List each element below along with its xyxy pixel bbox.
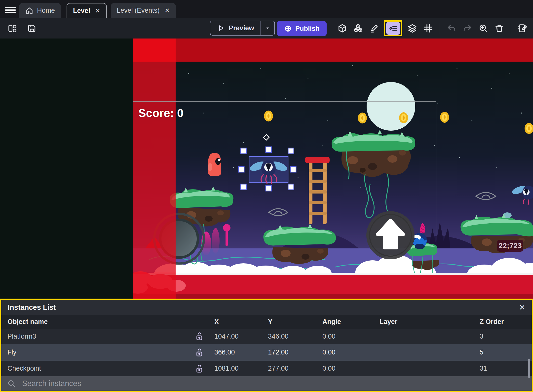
edit-pencil-icon[interactable]: [368, 22, 380, 34]
instances-list-panel: Instances List ✕ Object name X Y Angle L…: [0, 299, 533, 392]
search-instances-input[interactable]: [22, 379, 526, 388]
tab-level[interactable]: Level ✕: [67, 3, 107, 18]
tab-level-events-close-icon[interactable]: ✕: [163, 7, 170, 14]
chevron-down-icon: [265, 25, 271, 31]
trash-icon[interactable]: [493, 22, 505, 34]
save-icon[interactable]: [26, 22, 38, 34]
unlock-icon[interactable]: [184, 348, 214, 357]
grid-icon[interactable]: [422, 22, 434, 34]
edit-scene-properties-icon[interactable]: [517, 22, 529, 34]
score-text: Score: 0: [138, 106, 184, 120]
red-band-top-left: [133, 39, 176, 62]
col-object-name: Object name: [1, 318, 184, 326]
tab-home-label: Home: [37, 7, 55, 14]
home-icon: [25, 6, 34, 15]
toggle-panels-icon[interactable]: [6, 22, 18, 34]
fly-enemy-selected[interactable]: [249, 157, 288, 183]
preview-label: Preview: [229, 24, 254, 32]
tab-bar: Home Level ✕ Level (Events) ✕: [0, 0, 533, 18]
jump-button[interactable]: [366, 211, 415, 259]
redo-icon[interactable]: [461, 22, 473, 34]
publish-button[interactable]: Publish: [277, 21, 327, 36]
main-menu-icon[interactable]: [5, 7, 16, 13]
player-character[interactable]: [208, 153, 221, 176]
toolbar-separator: [511, 23, 511, 34]
undo-icon[interactable]: [446, 22, 457, 34]
instance-row-platform3[interactable]: Platform3 1047.00 346.00 0.00 3: [1, 329, 532, 344]
preview-button[interactable]: Preview: [210, 21, 261, 35]
cursor-coordinates-badge: 22;723: [497, 240, 523, 252]
instance-row-fly-selected[interactable]: Fly 366.00 172.00 0.00 5: [1, 344, 532, 361]
search-instances-bar: [1, 376, 532, 391]
col-layer: Layer: [380, 318, 480, 326]
tab-home[interactable]: Home: [19, 3, 61, 18]
col-angle: Angle: [322, 318, 380, 326]
instances-panel-header: Instances List ✕: [1, 300, 532, 315]
moon[interactable]: [367, 82, 415, 131]
instances-list-icon-highlighted[interactable]: [384, 20, 402, 36]
layers-icon[interactable]: [406, 22, 418, 34]
tab-level-events-label: Level (Events): [117, 7, 160, 14]
zoom-in-icon[interactable]: [477, 22, 489, 34]
tab-level-close-icon[interactable]: ✕: [94, 7, 100, 14]
tab-level-events[interactable]: Level (Events) ✕: [111, 3, 176, 18]
instances-table-header: Object name X Y Angle Layer Z Order: [1, 315, 532, 329]
instances-list-icon: [386, 22, 400, 35]
toolbar-separator: [440, 23, 440, 34]
scene-render[interactable]: [133, 39, 533, 299]
play-icon: [217, 24, 225, 32]
red-band-left: [133, 62, 176, 299]
gdevelop-editor-window: Home Level ✕ Level (Events) ✕: [0, 0, 533, 392]
object-groups-icon[interactable]: [352, 22, 364, 34]
close-icon[interactable]: ✕: [519, 303, 525, 312]
col-z-order: Z Order: [480, 318, 532, 326]
objects-panel-icon[interactable]: [336, 22, 348, 34]
col-x: X: [214, 318, 268, 326]
instances-panel-title: Instances List: [8, 303, 56, 312]
unlock-icon[interactable]: [184, 364, 214, 373]
instance-row-checkpoint[interactable]: Checkpoint 1081.00 277.00 0.00 31: [1, 361, 532, 376]
search-icon: [7, 379, 16, 388]
panel-scrollbar[interactable]: [528, 359, 530, 378]
toolbar: Preview Publish: [0, 18, 533, 39]
red-band-top: [176, 39, 533, 62]
scene-editor-canvas[interactable]: Score: 0 22;723: [0, 39, 533, 299]
ground-stripe: [133, 273, 533, 275]
tab-level-label: Level: [73, 7, 90, 15]
unlock-icon[interactable]: [184, 332, 214, 341]
globe-icon: [284, 25, 292, 33]
preview-options-caret[interactable]: [261, 21, 274, 35]
red-ground-dark: [133, 294, 533, 299]
preview-button-group: Preview: [210, 21, 275, 36]
publish-label: Publish: [295, 25, 320, 33]
col-y: Y: [268, 318, 322, 326]
